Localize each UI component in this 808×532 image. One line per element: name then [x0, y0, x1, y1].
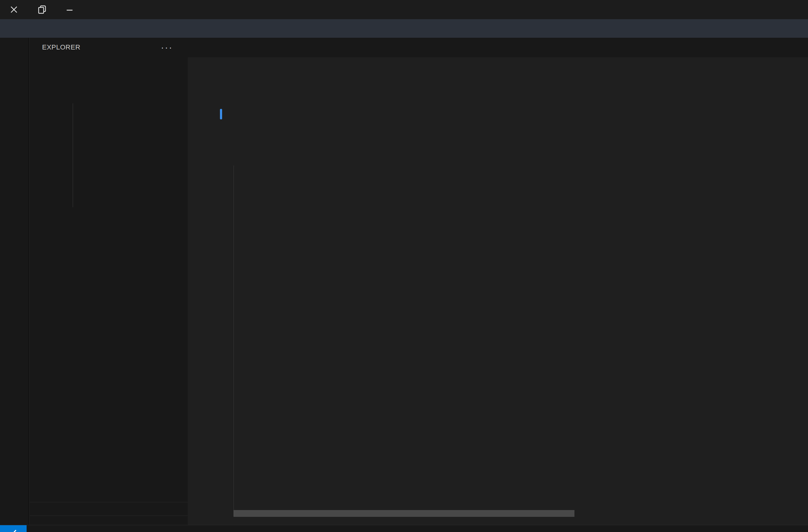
minimize-button[interactable]	[56, 0, 84, 19]
modified-line-indicator	[220, 109, 222, 120]
vscode-window: EXPLORER ···	[0, 0, 808, 532]
outline-section-header[interactable]	[30, 502, 188, 516]
maximize-button[interactable]	[28, 0, 56, 19]
horizontal-scrollbar[interactable]	[234, 510, 574, 517]
breadcrumb	[188, 57, 808, 73]
timeline-section-header[interactable]	[30, 516, 188, 525]
menu-bar	[0, 19, 808, 38]
tab-bar	[188, 38, 808, 57]
activity-bar	[0, 38, 29, 532]
tree-indent-guide	[73, 103, 73, 207]
more-actions-icon[interactable]: ···	[161, 42, 173, 53]
title-bar	[0, 0, 808, 19]
close-button[interactable]	[0, 0, 28, 19]
minimize-icon	[65, 5, 74, 14]
close-icon	[9, 5, 19, 14]
remote-check-icon	[9, 528, 18, 532]
sidebar-header: EXPLORER ···	[30, 38, 188, 57]
sidebar-title: EXPLORER	[42, 43, 80, 51]
code-area[interactable]	[231, 73, 808, 525]
remote-indicator[interactable]	[0, 525, 26, 532]
maximize-icon	[37, 5, 47, 15]
editor-group	[188, 38, 808, 525]
status-bar	[0, 525, 808, 532]
explorer-sidebar: EXPLORER ···	[30, 38, 188, 525]
